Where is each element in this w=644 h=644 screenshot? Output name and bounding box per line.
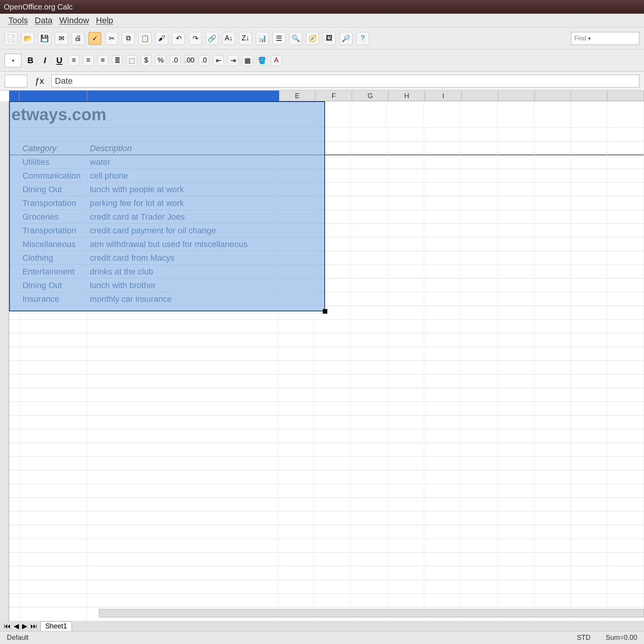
cell[interactable] (461, 402, 497, 416)
cell[interactable] (607, 320, 644, 333)
cell[interactable] (9, 388, 20, 402)
cell[interactable] (351, 265, 387, 279)
cell[interactable] (20, 361, 88, 375)
cell[interactable] (607, 416, 644, 429)
cell[interactable] (88, 539, 277, 553)
cell[interactable] (461, 142, 497, 155)
cell[interactable] (424, 402, 461, 416)
cell[interactable] (424, 443, 461, 457)
cell[interactable] (534, 375, 571, 388)
cell[interactable] (350, 101, 387, 128)
cell[interactable] (607, 388, 644, 402)
cell[interactable] (424, 128, 461, 142)
cell[interactable] (277, 539, 314, 553)
cell[interactable] (9, 457, 20, 470)
cell[interactable] (534, 525, 571, 539)
cell[interactable] (607, 484, 644, 498)
cell[interactable] (351, 292, 387, 306)
cell[interactable] (571, 402, 607, 416)
cell[interactable] (424, 580, 461, 594)
cell[interactable] (497, 333, 534, 347)
cell[interactable] (461, 484, 497, 498)
paint-icon[interactable]: 🖌 (155, 32, 168, 45)
cell[interactable] (571, 525, 607, 539)
cell[interactable] (88, 416, 277, 429)
cell[interactable] (497, 265, 534, 279)
cell[interactable] (571, 333, 607, 347)
cell[interactable] (277, 320, 314, 333)
cell[interactable] (571, 594, 607, 607)
cell[interactable] (497, 155, 534, 169)
cell[interactable] (9, 484, 20, 498)
cell[interactable] (424, 306, 461, 320)
cell[interactable] (88, 512, 277, 525)
cell[interactable] (607, 498, 644, 512)
cell[interactable] (277, 402, 314, 416)
cell[interactable] (20, 607, 88, 621)
cell[interactable] (351, 594, 387, 607)
cell[interactable] (424, 566, 461, 580)
cell[interactable] (424, 142, 461, 155)
border-icon[interactable]: ▦ (242, 55, 253, 66)
cell[interactable] (387, 306, 424, 320)
dec-dec-icon[interactable]: .0 (199, 55, 209, 66)
cell[interactable] (534, 238, 571, 251)
cell[interactable] (351, 525, 387, 539)
cell[interactable] (571, 224, 607, 238)
cell[interactable] (387, 265, 424, 279)
print-icon[interactable]: 🖨 (72, 32, 84, 45)
currency-icon[interactable]: $ (141, 55, 151, 66)
cell[interactable] (571, 539, 607, 553)
cell[interactable] (497, 292, 534, 306)
cell[interactable] (88, 553, 277, 566)
indent-dec-icon[interactable]: ⇤ (213, 55, 224, 66)
cell[interactable] (424, 251, 461, 265)
cell[interactable] (351, 429, 387, 443)
cell[interactable] (88, 484, 277, 498)
menu-data[interactable]: Data (35, 16, 52, 26)
cell[interactable] (20, 333, 88, 347)
col-header[interactable] (87, 91, 279, 101)
sheet-tab[interactable]: Sheet1 (40, 621, 72, 631)
cell[interactable] (277, 375, 314, 388)
cell[interactable] (387, 128, 424, 142)
cell[interactable] (314, 416, 351, 429)
cell[interactable] (88, 580, 277, 594)
cell[interactable] (534, 580, 571, 594)
cell[interactable] (9, 347, 20, 361)
cell[interactable] (497, 594, 534, 607)
cell[interactable] (461, 416, 497, 429)
cell[interactable] (534, 443, 571, 457)
cell[interactable] (534, 251, 571, 265)
cell[interactable] (497, 512, 534, 525)
cell[interactable] (424, 457, 461, 470)
cell[interactable] (571, 361, 607, 375)
cell[interactable] (534, 169, 571, 183)
cell[interactable] (534, 361, 571, 375)
cell[interactable] (387, 470, 424, 484)
cell[interactable] (387, 347, 424, 361)
cell[interactable] (571, 142, 607, 155)
cell[interactable] (607, 238, 644, 251)
cell[interactable] (387, 512, 424, 525)
cell[interactable] (534, 539, 571, 553)
cell[interactable] (534, 512, 571, 525)
cell[interactable] (534, 224, 571, 238)
cell[interactable] (534, 155, 571, 169)
cell[interactable] (351, 361, 387, 375)
cell[interactable] (351, 484, 387, 498)
cell[interactable] (88, 470, 277, 484)
cell[interactable] (424, 347, 461, 361)
cell[interactable] (497, 498, 534, 512)
cell[interactable] (277, 484, 314, 498)
col-header[interactable]: H (389, 91, 425, 101)
cell[interactable] (497, 443, 534, 457)
cell[interactable] (607, 333, 644, 347)
paste-icon[interactable]: 📋 (139, 32, 151, 45)
cell[interactable] (277, 498, 314, 512)
cell[interactable] (461, 361, 497, 375)
cell[interactable] (534, 553, 571, 566)
cell[interactable] (461, 566, 497, 580)
dec-inc-icon[interactable]: .00 (184, 55, 195, 66)
cell[interactable] (277, 443, 314, 457)
